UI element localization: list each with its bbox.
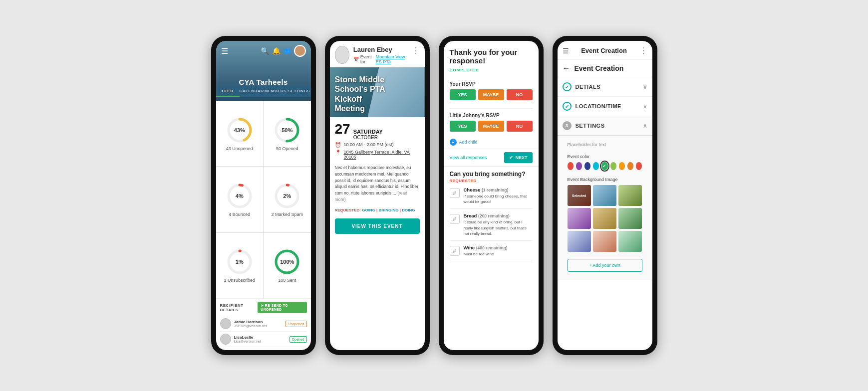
event-title: Stone Middle School's PTA Kickoff Meetin…	[335, 75, 390, 113]
hash-icon[interactable]: #	[450, 188, 460, 198]
event-time: 10:00 AM - 2:00 PM (est)	[344, 142, 394, 147]
location-icon: 📍	[335, 150, 341, 155]
hash-icon[interactable]: #	[450, 214, 460, 224]
color-dot[interactable]	[619, 162, 625, 170]
bg-thumbnail[interactable]	[618, 231, 642, 252]
your-maybe-button[interactable]: MAYBE	[478, 89, 504, 100]
details-accordion-header[interactable]: ✔ DETIALS ∨	[558, 77, 652, 96]
s4-more-options-icon[interactable]: ⋮	[639, 46, 647, 55]
going-link[interactable]: GOING	[362, 208, 375, 212]
s4-hamburger-icon[interactable]: ☰	[563, 47, 569, 55]
s4-header-title: Event Creation	[581, 47, 627, 54]
color-dot[interactable]: ✔	[601, 162, 607, 170]
bg-thumbnail[interactable]	[568, 185, 591, 206]
johnny-maybe-button[interactable]: MAYBE	[478, 121, 504, 132]
action-row: View all responses ✔ NEXT	[444, 149, 539, 167]
nav-members[interactable]: MEMBERS	[264, 86, 287, 97]
stat-cell: 4% 4 Bounced	[216, 167, 264, 232]
item-name: Cheese (1 remaining)	[464, 187, 533, 193]
bg-thumbnail[interactable]	[618, 208, 642, 229]
color-dot[interactable]	[584, 162, 590, 170]
resend-button[interactable]: ➤ RE-SEND TO UNOPENED	[258, 302, 306, 313]
s2-header: Lauren Ebey 📅 Event for Mountain View ES…	[330, 41, 425, 67]
s1-bottom: RECIPIENT DETAILS ➤ RE-SEND TO UNOPENED …	[216, 298, 311, 350]
johnny-rsvp-section: Little Johnny's RSVP YES MAYBE NO	[444, 113, 539, 132]
phone-3: Thank you for your response! COMPLETED Y…	[439, 36, 544, 355]
event-creation-title: Event Creation	[575, 64, 647, 72]
screen-4: ☰ Event Creation ⋮ ← Event Creation ✔ DE…	[558, 41, 652, 350]
item-count: (200 remaining)	[478, 213, 510, 218]
location-link[interactable]: 1845 Gallberry Terrace, Aldie, VA 20105	[344, 150, 410, 160]
event-image: Stone Middle School's PTA Kickoff Meetin…	[330, 67, 425, 117]
event-month: OCTOBER	[353, 135, 383, 140]
people-list: Jamie Harrison JSP789@verizon.net Unopen…	[220, 316, 307, 347]
color-dot[interactable]	[610, 162, 616, 170]
stat-percent: 4%	[236, 193, 244, 199]
next-label: NEXT	[515, 155, 527, 160]
search-icon[interactable]: 🔍	[261, 47, 269, 55]
johnny-no-button[interactable]: NO	[507, 121, 533, 132]
your-rsvp-label: Your RSVP	[450, 81, 533, 87]
nav-settings[interactable]: SETTINGS	[287, 86, 310, 97]
screen-1: ☰ 🔍 🔔 ··· CYA Tarheels FEED CALENDAR MEM…	[216, 41, 311, 350]
nav-feed[interactable]: FEED	[216, 86, 240, 97]
bg-thumbnail[interactable]	[618, 185, 642, 206]
color-dot[interactable]	[568, 162, 574, 170]
view-event-button[interactable]: VIEW THIS EVENT	[335, 218, 420, 234]
stat-cell: 43% 43 Unopened	[216, 101, 264, 166]
bring-title: Can you bring something?	[450, 171, 533, 178]
stat-percent: 1%	[236, 259, 244, 265]
your-rsvp-buttons: YES MAYBE NO	[450, 89, 533, 100]
more-options-icon[interactable]: ⋮	[412, 46, 420, 55]
stat-percent: 50%	[282, 127, 292, 133]
avatar[interactable]	[294, 45, 306, 57]
color-label: Event color	[568, 154, 642, 159]
bg-thumbnail[interactable]	[593, 208, 616, 229]
event-for: 📅 Event for Mountain View ES PTA	[353, 54, 412, 64]
screens-container: ☰ 🔍 🔔 ··· CYA Tarheels FEED CALENDAR MEM…	[211, 36, 657, 355]
add-own-button[interactable]: + Add your own	[568, 259, 642, 272]
doing-link[interactable]: DOING	[402, 208, 415, 212]
sender-avatar	[335, 46, 349, 64]
your-no-button[interactable]: NO	[507, 89, 533, 100]
person-info: Jamie Harrison JSP789@verizon.net	[234, 320, 283, 328]
nav-calendar[interactable]: CALENDAR	[240, 86, 264, 97]
event-for-link[interactable]: Mountain View ES PTA	[376, 54, 412, 64]
item-count: (1 remaining)	[482, 188, 508, 193]
settings-header[interactable]: 3 SETTINGS ∧	[558, 116, 652, 136]
hamburger-icon[interactable]: ☰	[221, 46, 228, 56]
settings-number: 3	[563, 121, 572, 130]
bg-thumbnail[interactable]	[568, 208, 591, 229]
stat-percent: 100%	[280, 259, 294, 265]
color-dot[interactable]	[576, 162, 582, 170]
next-button[interactable]: ✔ NEXT	[504, 152, 532, 163]
bring-section: Can you bring something? REQUESTED # Che…	[444, 171, 539, 265]
view-responses-link[interactable]: View all responses	[450, 155, 487, 160]
s4-top-bar: ☰ Event Creation ⋮	[558, 41, 652, 60]
your-yes-button[interactable]: YES	[450, 89, 476, 100]
location-accordion-header[interactable]: ✔ LOCATION/TIME ∨	[558, 97, 652, 116]
bg-thumbnail[interactable]	[593, 231, 616, 252]
add-child-button[interactable]: + Add child	[444, 136, 539, 149]
color-dot[interactable]	[593, 162, 599, 170]
item-name: Wine (400 remaining)	[464, 245, 533, 250]
bringing-link[interactable]: BRINGING	[379, 208, 399, 212]
color-dot[interactable]	[636, 162, 642, 170]
group-name: CYA Tarheels	[239, 78, 288, 86]
stat-cell: 1% 1 Unsubscribed	[216, 233, 264, 298]
johnny-yes-button[interactable]: YES	[450, 121, 476, 132]
color-dot[interactable]	[627, 162, 633, 170]
person-info: LisaLeslie Lisa@verizon.net	[234, 335, 287, 343]
clock-icon: ⏰	[335, 142, 341, 148]
donut-chart: 1%	[226, 248, 254, 276]
johnny-rsvp-label: Little Johnny's RSVP	[450, 113, 533, 118]
person-avatar	[220, 334, 231, 345]
bg-thumbnail[interactable]	[593, 185, 616, 206]
stat-label: 1 Unsubscribed	[224, 278, 255, 283]
stat-percent: 2%	[283, 193, 291, 199]
bell-icon[interactable]: 🔔	[272, 47, 281, 55]
back-icon[interactable]: ←	[563, 64, 571, 73]
bg-thumbnail[interactable]	[568, 231, 591, 252]
hash-icon[interactable]: #	[450, 246, 460, 256]
bring-item: # Wine (400 remaining) Must be red wine	[450, 245, 533, 261]
